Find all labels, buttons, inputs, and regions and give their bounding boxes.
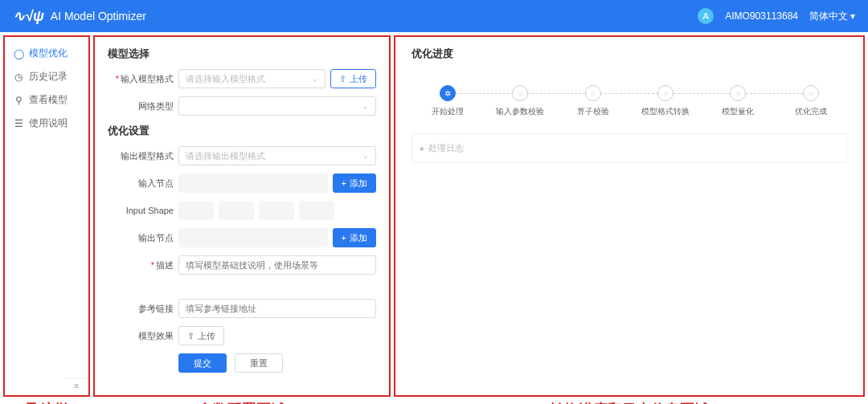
language-switch[interactable]: 简体中文 ▾	[809, 10, 855, 23]
shape-dim1[interactable]	[219, 201, 254, 220]
submit-button[interactable]: 提交	[178, 353, 227, 373]
upload-button[interactable]: ⇧ 上传	[330, 69, 376, 88]
section-title-optimize: 优化设置	[108, 124, 376, 138]
sidebar: ◯ 模型优化 ◷ 历史记录 ⚲ 查看模型 ☰ 使用说明 ≡	[3, 35, 90, 397]
chevron-down-icon: ⌄	[312, 75, 318, 83]
config-panel: 模型选择 输入模型格式 请选择输入模型格式 ⌄ ⇧ 上传 网络类型 ⌄ 优化设置…	[93, 35, 391, 397]
app-header: ∿√ψ AI Model Optimizer A AIMO903113684 简…	[0, 0, 868, 32]
avatar[interactable]: A	[698, 8, 714, 24]
sidebar-item-label: 历史记录	[29, 70, 68, 84]
chevron-down-icon: ▾	[850, 10, 855, 22]
step-done: ○ 优化完成	[775, 85, 847, 117]
chevron-down-icon: ⌄	[362, 102, 369, 110]
caption-progress: 转换进度和日志信息区域	[394, 400, 865, 404]
input-node-field[interactable]	[178, 173, 328, 193]
output-format-select[interactable]: 请选择输出模型格式 ⌄	[178, 146, 376, 165]
sidebar-item-label: 使用说明	[29, 116, 68, 130]
chevron-right-icon[interactable]: ▸	[420, 143, 425, 153]
sidebar-item-label: 模型优化	[29, 47, 68, 60]
link-field[interactable]	[178, 299, 376, 318]
reset-button[interactable]: 重置	[235, 353, 283, 373]
shape-dim2[interactable]	[259, 201, 294, 220]
input-format-select[interactable]: 请选择输入模型格式 ⌄	[178, 69, 326, 88]
logo-mark: ∿√ψ	[13, 7, 44, 25]
log-box: ▸ 处理日志	[411, 133, 847, 163]
desc-label: 描述	[108, 259, 174, 271]
section-title-model: 模型选择	[108, 47, 376, 61]
upload-icon: ⇧	[187, 331, 194, 341]
shape-dim3[interactable]	[299, 201, 334, 220]
captions: 导航栏 参数配置区域 转换进度和日志信息区域	[0, 400, 868, 404]
net-type-select[interactable]: ⌄	[178, 96, 376, 116]
circle-icon: ○	[585, 85, 601, 101]
sidebar-item-history[interactable]: ◷ 历史记录	[5, 65, 88, 88]
circle-icon: ○	[657, 85, 674, 101]
caption-nav: 导航栏	[3, 400, 90, 404]
progress-steps: ✲ 开始处理 ○ 输入参数校验 ○ 算子校验 ○ 模型格式转换 ○ 模型量化 ○…	[411, 85, 847, 117]
doc-icon: ☰	[13, 118, 24, 129]
net-type-label: 网络类型	[108, 100, 174, 112]
clock-icon: ◷	[13, 71, 24, 83]
sidebar-item-optimize[interactable]: ◯ 模型优化	[5, 42, 88, 65]
step-op: ○ 算子校验	[557, 85, 629, 117]
add-output-button[interactable]: + 添加	[333, 228, 376, 247]
sidebar-item-label: 查看模型	[29, 93, 68, 107]
user-id: AIMO903113684	[725, 10, 798, 22]
collapse-toggle[interactable]: ≡	[66, 377, 87, 394]
step-start: ✲ 开始处理	[411, 85, 484, 117]
step-convert: ○ 模型格式转换	[629, 85, 702, 117]
effect-upload-button[interactable]: ⇧ 上传	[178, 326, 224, 345]
search-icon: ⚲	[13, 95, 24, 106]
circle-icon: ○	[803, 85, 819, 101]
circle-icon: ○	[512, 85, 528, 101]
upload-icon: ⇧	[339, 74, 346, 84]
app-name: AI Model Optimizer	[51, 10, 146, 22]
input-format-label: 输入模型格式	[108, 73, 174, 85]
step-param: ○ 输入参数校验	[484, 85, 556, 117]
spinner-icon: ✲	[440, 85, 456, 101]
step-quant: ○ 模型量化	[702, 85, 774, 117]
effect-label: 模型效果	[108, 330, 174, 342]
output-format-label: 输出模型格式	[108, 150, 174, 162]
sidebar-item-docs[interactable]: ☰ 使用说明	[5, 112, 88, 135]
desc-field[interactable]	[178, 255, 376, 275]
input-node-label: 输入节点	[108, 178, 174, 190]
output-node-field[interactable]	[178, 228, 328, 247]
sidebar-item-view[interactable]: ⚲ 查看模型	[5, 88, 88, 112]
chevron-down-icon: ⌄	[362, 152, 369, 160]
add-input-button[interactable]: + 添加	[333, 173, 376, 193]
circle-icon: ◯	[13, 48, 24, 59]
input-shape-label: Input Shape	[108, 206, 174, 215]
shape-dim0[interactable]	[178, 201, 214, 220]
link-label: 参考链接	[108, 303, 174, 315]
progress-panel: 优化进度 ✲ 开始处理 ○ 输入参数校验 ○ 算子校验 ○ 模型格式转换 ○ 模…	[394, 35, 865, 397]
progress-title: 优化进度	[411, 47, 847, 61]
log-title: 处理日志	[428, 142, 464, 154]
output-node-label: 输出节点	[108, 232, 174, 244]
caption-config: 参数配置区域	[93, 400, 391, 404]
circle-icon: ○	[730, 85, 746, 101]
logo: ∿√ψ AI Model Optimizer	[13, 7, 146, 25]
